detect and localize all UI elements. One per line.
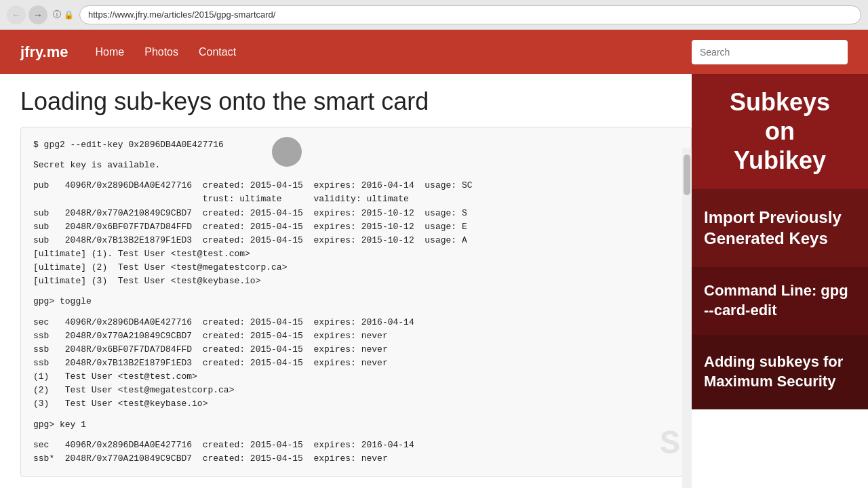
main-content: Loading sub-keys onto the smart card $ g… — [0, 74, 692, 488]
search-input[interactable] — [692, 40, 848, 64]
code-line-5: sub 2048R/0x770A210849C9CBD7 created: 20… — [33, 207, 679, 220]
code-blank-2 — [33, 172, 679, 179]
site-header: jfry.me Home Photos Contact — [0, 30, 868, 74]
code-line-10: [ultimate] (3) Test User <test@keybase.i… — [33, 274, 679, 288]
panel-adding[interactable]: Adding subkeys for Maximum Security — [692, 335, 868, 409]
panel-import[interactable]: Import Previously Generated Keys — [692, 189, 868, 267]
code-line-17: (2) Test User <test@megatestcorp.ca> — [33, 384, 679, 397]
code-line-1: $ gpg2 --edit-key 0x2896DB4A0E427716 — [33, 138, 679, 152]
panel-cmdline[interactable]: Command Line: gpg --card-edit — [692, 267, 868, 335]
panel-cmdline-text: Command Line: gpg --card-edit — [704, 281, 856, 320]
nav-photos[interactable]: Photos — [144, 46, 178, 58]
code-blank-1 — [33, 152, 679, 159]
site-logo: jfry.me — [20, 43, 68, 61]
code-line-19: gpg> key 1 — [33, 418, 679, 432]
watermark: S — [660, 418, 680, 471]
code-line-13: ssb 2048R/0x770A210849C9CBD7 created: 20… — [33, 329, 679, 343]
code-line-20: sec 4096R/0x2896DB4A0E427716 created: 20… — [33, 439, 679, 452]
page-title: Loading sub-keys onto the smart card — [20, 87, 671, 116]
address-bar[interactable] — [79, 5, 861, 24]
code-block[interactable]: $ gpg2 --edit-key 0x2896DB4A0E427716 Sec… — [20, 127, 692, 477]
panel-subkeys[interactable]: Subkeys on Yubikey — [692, 74, 868, 189]
code-line-16: (1) Test User <test@test.com> — [33, 370, 679, 384]
security-indicator: ⓘ 🔒 — [53, 9, 74, 20]
code-blank-3 — [33, 288, 679, 295]
code-line-4: trust: ultimate validity: ultimate — [33, 192, 679, 206]
nav-buttons: ← → — [7, 5, 47, 24]
code-line-21: ssb* 2048R/0x770A210849C9CBD7 created: 2… — [33, 452, 679, 466]
scrollbar[interactable] — [682, 148, 692, 488]
code-line-7: sub 2048R/0x7B13B2E1879F1ED3 created: 20… — [33, 234, 679, 247]
panel-import-text: Import Previously Generated Keys — [704, 207, 856, 249]
site-nav: Home Photos Contact — [96, 46, 237, 58]
code-line-8: [ultimate] (1). Test User <test@test.com… — [33, 247, 679, 261]
code-line-11: gpg> toggle — [33, 295, 679, 308]
code-line-15: ssb 2048R/0x7B13B2E1879F1ED3 created: 20… — [33, 357, 679, 370]
forward-button[interactable]: → — [28, 5, 47, 24]
code-line-3: pub 4096R/0x2896DB4A0E427716 created: 20… — [33, 179, 679, 192]
browser-chrome: ← → ⓘ 🔒 — [0, 0, 868, 30]
lock-icon: 🔒 — [64, 10, 74, 20]
scrollbar-thumb[interactable] — [684, 155, 690, 195]
back-button[interactable]: ← — [7, 5, 26, 24]
code-blank-4 — [33, 309, 679, 316]
code-line-18: (3) Test User <test@keybase.io> — [33, 397, 679, 411]
code-line-12: sec 4096R/0x2896DB4A0E427716 created: 20… — [33, 316, 679, 329]
sidebar-panels: Subkeys on Yubikey Import Previously Gen… — [692, 74, 868, 488]
code-line-2: Secret key is available. — [33, 159, 679, 172]
code-line-14: ssb 2048R/0x6BF07F7DA7D84FFD created: 20… — [33, 343, 679, 357]
code-blank-6 — [33, 432, 679, 439]
code-line-6: sub 2048R/0x6BF07F7DA7D84FFD created: 20… — [33, 220, 679, 234]
panel-subkeys-title: Subkeys on Yubikey — [730, 87, 830, 176]
code-line-9: [ultimate] (2) Test User <test@megatestc… — [33, 261, 679, 274]
nav-contact[interactable]: Contact — [199, 46, 236, 58]
code-blank-5 — [33, 411, 679, 418]
panel-adding-text: Adding subkeys for Maximum Security — [704, 352, 856, 391]
nav-home[interactable]: Home — [96, 46, 125, 58]
info-icon: ⓘ — [53, 9, 61, 20]
